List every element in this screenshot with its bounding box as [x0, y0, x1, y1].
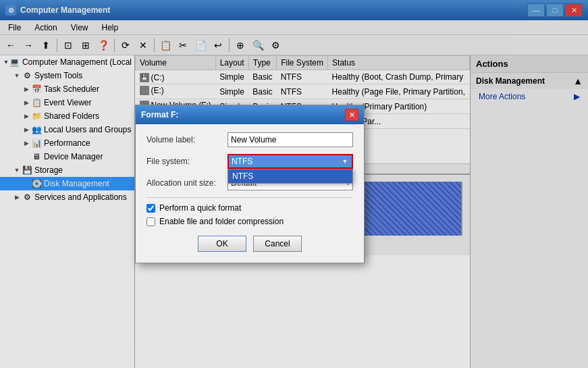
table-row[interactable]: (E:) Simple Basic NTFS Healthy (Page Fil…	[136, 84, 470, 99]
tree-label-services: Services and Applications	[34, 192, 127, 202]
dialog-checkbox-quick: Perform a quick format	[146, 203, 353, 213]
col-layout: Layout	[215, 56, 248, 70]
device-manager-icon: 🖥	[31, 151, 42, 162]
quick-format-checkbox[interactable]	[146, 204, 155, 213]
tree-label-performance: Performance	[44, 138, 90, 148]
format-dialog[interactable]: Format F: ✕ Volume label: File system: N…	[135, 105, 365, 263]
task-scheduler-icon: 📅	[31, 84, 42, 95]
dialog-volume-label-input[interactable]	[228, 132, 353, 147]
tree-label-task-scheduler: Task Scheduler	[44, 84, 99, 94]
close-button[interactable]: ✕	[565, 3, 583, 17]
actions-expand-icon: ▲	[573, 76, 583, 86]
cell-fs-c: NTFS	[277, 70, 328, 84]
tree-panel: ▼ 💻 Computer Management (Local ▼ ⚙ Syste…	[0, 55, 135, 368]
dialog-close-button[interactable]: ✕	[345, 109, 358, 121]
tree-item-system-tools[interactable]: ▼ ⚙ System Tools	[0, 69, 134, 82]
dialog-ok-button[interactable]: OK	[198, 236, 246, 252]
file-system-select[interactable]: NTFS ▼	[228, 154, 353, 169]
toolbar-paste[interactable]: 📄	[192, 37, 209, 53]
dialog-volume-label-text: Volume label:	[146, 135, 228, 144]
cell-layout-c: Simple	[215, 70, 248, 84]
system-tools-icon: ⚙	[22, 70, 32, 81]
tree-label-local-users: Local Users and Groups	[44, 125, 131, 134]
toolbar-settings[interactable]: ⚙	[267, 37, 284, 53]
tree-item-event-viewer[interactable]: ▶ 📋 Event Viewer	[0, 96, 134, 109]
quick-format-label: Perform a quick format	[159, 203, 241, 213]
tree-arrow-computer: ▼	[3, 59, 9, 65]
tree-item-performance[interactable]: ▶ 📊 Performance	[0, 136, 134, 150]
tree-item-storage[interactable]: ▼ 💾 Storage	[0, 163, 134, 177]
title-bar: ⚙ Computer Management — □ ✕	[0, 0, 588, 20]
tree-item-services[interactable]: ▶ ⚙ Services and Applications	[0, 190, 134, 204]
toolbar-undo[interactable]: ↩	[210, 37, 226, 53]
toolbar-help[interactable]: ❓	[95, 37, 111, 53]
actions-subheader-label: Disk Management	[476, 76, 545, 86]
menu-view[interactable]: View	[65, 22, 94, 34]
cell-status-c: Healthy (Boot, Crash Dump, Primary	[328, 70, 470, 84]
dialog-checkbox-compression: Enable file and folder compression	[146, 217, 353, 226]
tree-item-local-users[interactable]: ▶ 👥 Local Users and Groups	[0, 123, 134, 136]
dialog-volume-label-row: Volume label:	[146, 132, 353, 147]
dialog-file-system-row: File system: NTFS ▼ NTFS	[146, 154, 353, 169]
event-viewer-icon: 📋	[31, 97, 42, 108]
toolbar-new[interactable]: ⊕	[232, 37, 248, 53]
tree-label-shared-folders: Shared Folders	[44, 111, 99, 121]
col-status: Status	[328, 56, 470, 70]
dialog-buttons: OK Cancel	[146, 230, 353, 255]
minimize-button[interactable]: —	[527, 3, 545, 17]
toolbar-delete[interactable]: ✕	[135, 37, 151, 53]
cell-volume-c: 💾(C:)	[136, 70, 216, 84]
dropdown-option-ntfs[interactable]: NTFS	[228, 169, 352, 183]
tree-item-computer[interactable]: ▼ 💻 Computer Management (Local	[0, 55, 134, 69]
toolbar-cut[interactable]: ✂	[175, 37, 191, 53]
tree-label-device-manager: Device Manager	[44, 152, 103, 161]
dialog-divider	[146, 197, 353, 198]
table-row[interactable]: 💾(C:) Simple Basic NTFS Healthy (Boot, C…	[136, 70, 470, 84]
tree-arrow-performance: ▶	[22, 140, 31, 147]
app-icon: ⚙	[5, 5, 16, 16]
dialog-file-system-label: File system:	[146, 157, 228, 166]
disk-mgmt-icon: 💽	[31, 178, 42, 189]
actions-more[interactable]: More Actions ▶	[471, 89, 588, 104]
tree-item-disk-management[interactable]: ▶ 💽 Disk Management	[0, 177, 134, 190]
dialog-allocation-label: Allocation unit size:	[146, 178, 228, 188]
select-dropdown-arrow: ▼	[340, 156, 350, 167]
cell-type-e: Basic	[248, 84, 276, 99]
shared-folders-icon: 📁	[31, 111, 42, 122]
dialog-titlebar: Format F: ✕	[136, 105, 364, 124]
toolbar-search[interactable]: 🔍	[250, 37, 266, 53]
maximize-button[interactable]: □	[546, 3, 564, 17]
toolbar-forward[interactable]: →	[20, 37, 36, 53]
cell-volume-e: (E:)	[136, 84, 216, 99]
menu-action[interactable]: Action	[29, 22, 62, 34]
toolbar: ← → ⬆ ⊡ ⊞ ❓ ⟳ ✕ 📋 ✂ 📄 ↩ ⊕ 🔍 ⚙	[0, 35, 588, 55]
toolbar-refresh[interactable]: ⟳	[117, 37, 134, 53]
tree-item-task-scheduler[interactable]: ▶ 📅 Task Scheduler	[0, 82, 134, 96]
tree-arrow-services: ▶	[12, 194, 22, 201]
dropdown-list: NTFS	[228, 169, 353, 184]
toolbar-properties[interactable]: ⊞	[78, 37, 94, 53]
tree-label-storage: Storage	[34, 165, 63, 175]
compression-checkbox[interactable]	[146, 217, 155, 226]
tree-arrow-system-tools: ▼	[12, 72, 22, 79]
menu-file[interactable]: File	[3, 22, 26, 34]
tree-item-shared-folders[interactable]: ▶ 📁 Shared Folders	[0, 109, 134, 123]
dialog-cancel-button[interactable]: Cancel	[253, 236, 302, 252]
col-type: Type	[248, 56, 276, 70]
tree-arrow-task-scheduler: ▶	[22, 86, 31, 93]
services-icon: ⚙	[22, 192, 32, 203]
actions-more-arrow: ▶	[574, 92, 580, 101]
cell-fs-e: NTFS	[277, 84, 328, 99]
toolbar-copy[interactable]: 📋	[157, 37, 173, 53]
toolbar-up[interactable]: ⬆	[38, 37, 54, 53]
cell-layout-e: Simple	[215, 84, 248, 99]
local-users-icon: 👥	[31, 124, 42, 135]
menu-help[interactable]: Help	[97, 22, 124, 34]
toolbar-back[interactable]: ←	[3, 37, 19, 53]
tree-item-device-manager[interactable]: ▶ 🖥 Device Manager	[0, 150, 134, 163]
cell-type-c: Basic	[248, 70, 276, 84]
toolbar-show-hide[interactable]: ⊡	[60, 37, 76, 53]
tree-arrow-shared-folders: ▶	[22, 113, 31, 120]
computer-icon: 💻	[9, 57, 20, 68]
tree-arrow-local-users: ▶	[22, 126, 31, 133]
